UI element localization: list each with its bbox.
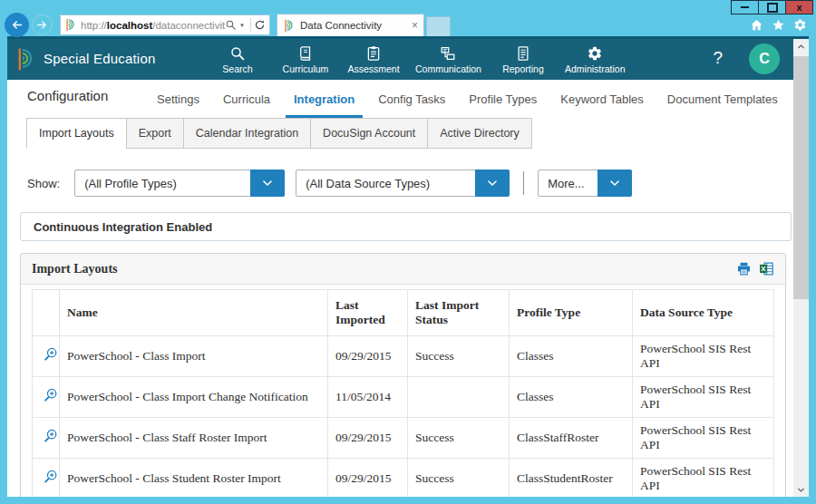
search-icon xyxy=(229,45,246,62)
subtab-export[interactable]: Export xyxy=(126,118,184,149)
table-row: PowerSchool - Class Staff Roster Import … xyxy=(33,418,774,459)
address-bar-icons: ▼ xyxy=(225,18,266,32)
tab-keyword-tables[interactable]: Keyword Tables xyxy=(560,80,644,118)
zoom-row-icon[interactable] xyxy=(43,428,59,444)
print-icon[interactable] xyxy=(736,261,752,276)
cell-name: PowerSchool - Class Staff Roster Import xyxy=(60,418,328,459)
browser-window: x http://localhost/dataconnectivitylay ▼… xyxy=(0,0,816,504)
more-dropdown[interactable]: More... xyxy=(538,170,632,197)
address-search-icon[interactable] xyxy=(225,19,237,31)
page: Special Education Search Curriculum Asse… xyxy=(7,36,809,497)
tab-curricula[interactable]: Curricula xyxy=(223,80,270,118)
page-title: Configuration xyxy=(27,88,108,103)
subtab-active-directory[interactable]: Active Directory xyxy=(427,118,532,149)
browser-back-button[interactable] xyxy=(5,13,29,37)
settings-gear-icon[interactable] xyxy=(793,18,807,32)
nav-item-search[interactable]: Search xyxy=(211,45,264,74)
subtab-calendar-integration[interactable]: Calendar Integration xyxy=(183,118,311,149)
app-header: Special Education Search Curriculum Asse… xyxy=(7,39,793,80)
cell-status: Success xyxy=(408,418,510,459)
minimize-button[interactable] xyxy=(731,0,759,15)
browser-forward-button[interactable] xyxy=(32,15,53,35)
data-source-type-select[interactable]: (All Data Source Types) xyxy=(296,170,510,197)
zoom-row-icon[interactable] xyxy=(43,346,59,363)
minimize-icon xyxy=(741,6,749,8)
tab-close-icon[interactable]: × xyxy=(412,20,418,31)
scroll-up-arrow-icon[interactable] xyxy=(793,39,809,53)
cell-profile-type: Classes xyxy=(510,336,633,377)
cell-last-imported: 11/05/2014 xyxy=(328,377,408,418)
book-icon xyxy=(297,45,314,62)
panel-title: Import Layouts xyxy=(32,262,118,276)
show-label: Show: xyxy=(27,177,60,190)
profile-type-select[interactable]: (All Profile Types) xyxy=(74,170,285,197)
app-title: Special Education xyxy=(44,51,155,66)
data-source-select-chevron[interactable] xyxy=(475,170,510,197)
tab-config-tasks[interactable]: Config Tasks xyxy=(378,80,445,118)
browser-toolbar-icons xyxy=(750,18,807,32)
nav-item-curriculum[interactable]: Curriculum xyxy=(279,45,332,74)
column-header-icon xyxy=(33,290,60,336)
subtab-docusign-account[interactable]: DocuSign Account xyxy=(310,118,428,149)
org-chart-icon xyxy=(440,45,456,62)
tab-integration[interactable]: Integration xyxy=(294,80,355,118)
table-header-row: Name Last Imported Last Import Status Pr… xyxy=(33,290,774,336)
configuration-tabs: Settings Curricula Integration Config Ta… xyxy=(157,80,778,118)
column-header-data-source-type: Data Source Type xyxy=(633,290,774,336)
subtab-import-layouts[interactable]: Import Layouts xyxy=(26,118,127,149)
browser-chrome: http://localhost/dataconnectivitylay ▼ D… xyxy=(0,14,816,36)
nav-item-communication[interactable]: Communication xyxy=(415,45,481,74)
cell-profile-type: ClassStaffRoster xyxy=(510,418,633,459)
back-arrow-icon xyxy=(10,18,24,32)
cell-name: PowerSchool - Class Import xyxy=(60,336,328,377)
cell-data-source: PowerSchool SIS Rest API xyxy=(633,459,774,498)
close-button[interactable]: x xyxy=(785,0,813,15)
import-layouts-panel: Import Layouts Name Last Importe xyxy=(20,253,786,497)
zoom-row-icon[interactable] xyxy=(43,469,59,485)
avatar[interactable]: C xyxy=(749,44,780,74)
scrollbar-thumb[interactable] xyxy=(793,56,809,299)
more-dropdown-label: More... xyxy=(539,177,584,190)
excel-export-icon[interactable] xyxy=(759,261,774,276)
scroll-down-arrow-icon[interactable] xyxy=(793,482,809,497)
data-source-select-value: (All Data Source Types) xyxy=(296,177,430,190)
maximize-icon xyxy=(767,3,778,13)
gear-icon xyxy=(587,45,603,62)
nav-item-assessment[interactable]: Assessment xyxy=(347,45,400,74)
page-content: Special Education Search Curriculum Asse… xyxy=(7,39,793,497)
forward-arrow-icon xyxy=(35,18,49,32)
browser-tab[interactable]: Data Connectivity × xyxy=(277,14,424,36)
address-bar[interactable]: http://localhost/dataconnectivitylay ▼ xyxy=(60,15,270,35)
vertical-scrollbar[interactable] xyxy=(793,39,809,497)
refresh-icon[interactable] xyxy=(254,19,266,31)
maximize-button[interactable] xyxy=(758,0,786,15)
zoom-row-icon[interactable] xyxy=(43,387,59,403)
tab-favicon-icon xyxy=(283,19,295,33)
cell-last-imported: 09/29/2015 xyxy=(328,459,408,498)
nav-item-reporting[interactable]: Reporting xyxy=(497,45,549,74)
integration-subtabs: Import Layouts Export Calendar Integrati… xyxy=(7,118,793,149)
cell-status xyxy=(408,377,510,418)
cell-status: Success xyxy=(408,459,510,498)
cell-data-source: PowerSchool SIS Rest API xyxy=(633,418,774,459)
url-text: http://localhost/dataconnectivitylay xyxy=(81,20,225,31)
chevron-down-icon xyxy=(608,177,621,189)
column-header-profile-type: Profile Type xyxy=(510,290,633,336)
powerschool-logo-icon xyxy=(15,47,35,72)
import-layouts-table: Name Last Imported Last Import Status Pr… xyxy=(32,289,774,497)
new-tab-button[interactable] xyxy=(426,16,451,36)
help-button[interactable]: ? xyxy=(713,48,723,68)
table-row: PowerSchool - Class Student Roster Impor… xyxy=(33,459,774,498)
table-row: PowerSchool - Class Import 09/29/2015 Su… xyxy=(33,336,774,377)
profile-type-select-chevron[interactable] xyxy=(250,170,285,197)
home-icon[interactable] xyxy=(750,18,763,32)
nav-item-administration[interactable]: Administration xyxy=(565,45,626,74)
address-dropdown-caret-icon[interactable]: ▼ xyxy=(239,23,245,28)
cell-profile-type: Classes xyxy=(510,377,633,418)
more-dropdown-chevron[interactable] xyxy=(597,170,632,197)
tab-document-templates[interactable]: Document Templates xyxy=(667,80,778,118)
tab-profile-types[interactable]: Profile Types xyxy=(469,80,537,118)
favorites-star-icon[interactable] xyxy=(772,18,785,32)
tab-settings[interactable]: Settings xyxy=(157,80,199,118)
profile-type-select-value: (All Profile Types) xyxy=(75,177,177,190)
